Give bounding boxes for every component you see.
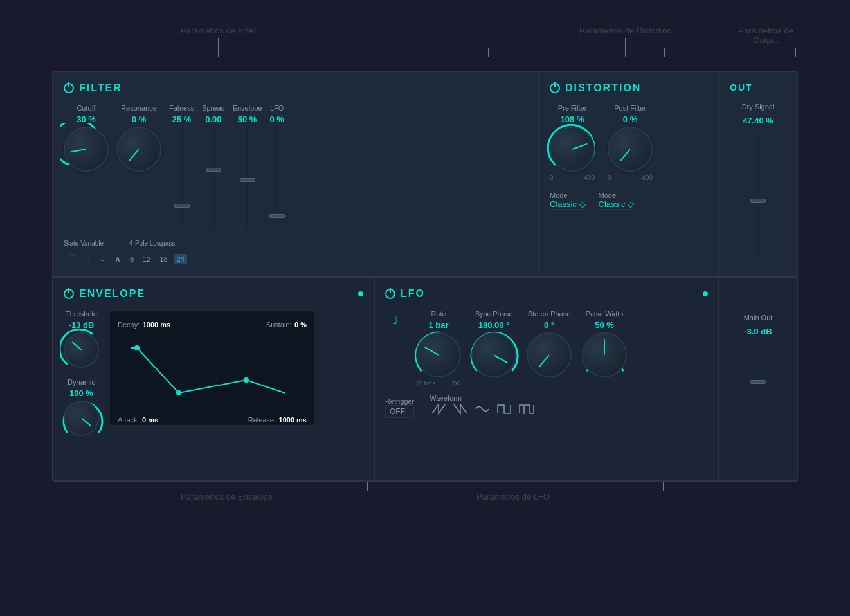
db-12-btn[interactable]: 12 <box>140 254 153 264</box>
filter-type2-label: 4-Pole Lowpass <box>129 240 175 247</box>
post-filter-range: 0 400 <box>608 174 653 181</box>
resonance-knob[interactable] <box>116 127 161 172</box>
resonance-label: Resonance <box>121 104 157 112</box>
lfo-slider-label: LFO <box>270 104 284 112</box>
svg-point-8 <box>244 377 249 383</box>
distortion-power-button[interactable] <box>550 83 560 93</box>
db-18-btn[interactable]: 18 <box>157 254 170 264</box>
waveform-sawtooth-btn[interactable] <box>430 402 448 418</box>
retrigger-container: Retrigger OFF <box>385 397 414 418</box>
spread-slider[interactable] <box>212 127 215 230</box>
envelope-slider-value: 50 % <box>238 114 257 124</box>
attack-label: Attack: <box>118 416 140 424</box>
dry-signal-value: 47.40 % <box>743 116 773 125</box>
envelope-slider-container: Envelope 50 % <box>233 104 262 230</box>
dynamic-container: Dynamic 100 % <box>64 378 99 436</box>
distortion-title: DISTORTION <box>565 82 641 94</box>
fatness-slider[interactable] <box>181 127 183 230</box>
post-filter-container: Post Filter 0 % 0 400 <box>608 104 653 181</box>
post-filter-knob[interactable] <box>608 127 653 172</box>
lfo-section: LFO ♩ Rate 1 bar <box>375 278 719 480</box>
pre-mode-dropdown[interactable]: Classic ◇ <box>550 199 586 210</box>
spread-container: Spread 0.00 <box>202 104 224 230</box>
distortion-section: DISTORTION Pre Filter 108 % <box>539 72 719 276</box>
post-mode-container: Mode Classic ◇ <box>599 192 635 210</box>
threshold-knob[interactable] <box>64 332 99 368</box>
resonance-value: 0 % <box>132 114 146 124</box>
rate-range-labels: 32 bars DC <box>416 380 461 386</box>
lfo-sync-button[interactable]: ♩ <box>385 310 406 331</box>
fatness-container: Fatness 25 % <box>169 104 194 230</box>
dry-signal-slider[interactable] <box>757 131 759 259</box>
pre-filter-knob[interactable] <box>550 127 595 172</box>
lfo-annotation-text: Parámetros de LFO <box>476 492 550 502</box>
main-out-section: Main Out -3.0 dB <box>719 278 797 480</box>
sync-phase-label: Sync Phase <box>475 310 513 318</box>
stereo-phase-label: Stereo Phase <box>528 310 571 318</box>
cutoff-label: Cutoff <box>77 104 95 112</box>
post-filter-value: 0 % <box>623 114 637 124</box>
filter-annotation-text: Parámetros de Filter <box>181 26 257 35</box>
dynamic-value: 100 % <box>69 388 93 398</box>
stereo-phase-value: 0 ° <box>544 320 554 330</box>
shape-notch-btn[interactable]: ∧ <box>112 253 123 266</box>
svg-point-7 <box>176 390 181 395</box>
shape-highpass-btn[interactable]: ⌣ <box>97 253 108 266</box>
decay-label: Decay: <box>118 321 140 329</box>
pulse-width-knob[interactable] <box>582 332 627 377</box>
rate-value: 1 bar <box>428 320 448 330</box>
retrigger-value[interactable]: OFF <box>385 405 414 418</box>
dynamic-knob[interactable] <box>64 401 99 436</box>
threshold-label: Threshold <box>66 310 97 318</box>
attack-value: 0 ms <box>142 416 158 424</box>
post-mode-label: Mode <box>599 192 635 199</box>
envelope-annotation: Parámetros de Envelope <box>181 492 273 502</box>
pulse-width-label: Pulse Width <box>586 310 624 318</box>
stereo-phase-knob[interactable] <box>527 332 572 377</box>
pre-mode-label: Mode <box>550 192 586 199</box>
fatness-value: 25 % <box>172 114 192 124</box>
sustain-value: 0 % <box>294 321 307 329</box>
pre-filter-range: 0 400 <box>550 174 595 181</box>
waveform-ramp-btn[interactable] <box>451 402 469 418</box>
svg-point-6 <box>134 345 140 350</box>
sustain-label: Sustain: <box>266 321 292 329</box>
envelope-annotation-text: Parámetros de Envelope <box>181 492 273 502</box>
waveform-square-btn[interactable] <box>495 402 513 418</box>
lfo-power-button[interactable] <box>385 289 395 299</box>
out-section: OUT Dry Signal 47.40 % <box>719 72 797 276</box>
rate-label: Rate <box>431 310 446 318</box>
lfo-annotation: Parámetros de LFO <box>476 492 550 502</box>
shape-bandpass-btn[interactable]: ∩ <box>82 253 93 266</box>
cutoff-knob[interactable] <box>64 127 109 172</box>
cutoff-container: Cutoff 30 % <box>64 104 109 172</box>
envelope-power-button[interactable] <box>64 289 74 299</box>
distortion-annotation: Parámetros de Distortion <box>579 26 672 57</box>
shape-lowpass-btn[interactable]: ⌒ <box>64 252 78 266</box>
envelope-curve <box>118 335 298 406</box>
waveform-pulse-btn[interactable] <box>517 402 538 418</box>
cutoff-value: 30 % <box>77 114 96 124</box>
db-6-btn[interactable]: 6 <box>127 254 136 264</box>
envelope-slider[interactable] <box>246 127 249 230</box>
pulse-width-value: 50 % <box>595 320 614 330</box>
rate-container: Rate 1 bar 32 bars <box>416 310 461 386</box>
out-title: OUT <box>730 82 753 93</box>
db-24-btn[interactable]: 24 <box>174 254 187 264</box>
lfo-slider[interactable] <box>276 127 278 230</box>
filter-power-button[interactable] <box>64 83 74 93</box>
threshold-container: Threshold -13 dB <box>64 310 99 368</box>
main-out-slider[interactable] <box>757 341 759 470</box>
sync-phase-value: 180.00 ° <box>478 320 510 330</box>
lfo-active-indicator <box>703 291 708 296</box>
sync-phase-knob[interactable] <box>471 332 516 377</box>
waveform-sine-btn[interactable] <box>473 402 491 418</box>
rate-knob[interactable] <box>416 332 461 377</box>
pre-filter-value: 108 % <box>561 114 584 124</box>
filter-section: FILTER Cutoff 30 % <box>53 72 539 276</box>
filter-annotation: Parámetros de Filter <box>181 26 257 57</box>
stereo-phase-container: Stereo Phase 0 ° <box>527 310 572 377</box>
post-mode-dropdown[interactable]: Classic ◇ <box>599 199 635 210</box>
envelope-graph: Decay: 1000 ms Sustain: 0 % <box>109 310 315 426</box>
filter-type1-label: State Variable <box>64 240 104 247</box>
